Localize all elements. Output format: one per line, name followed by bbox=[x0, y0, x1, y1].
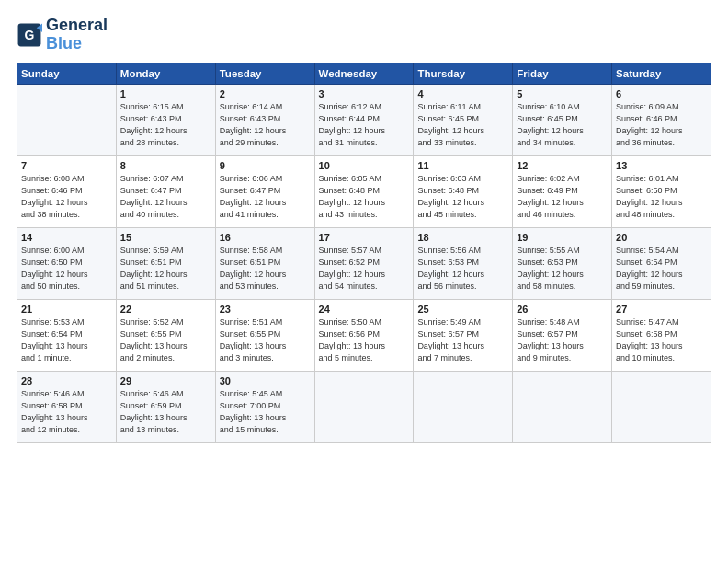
week-row: 14Sunrise: 6:00 AM Sunset: 6:50 PM Dayli… bbox=[17, 227, 711, 299]
day-detail: Sunrise: 5:46 AM Sunset: 6:59 PM Dayligh… bbox=[120, 388, 211, 436]
day-number: 24 bbox=[319, 304, 410, 315]
calendar-cell bbox=[314, 371, 414, 442]
calendar-table: SundayMondayTuesdayWednesdayThursdayFrid… bbox=[17, 63, 711, 443]
day-detail: Sunrise: 6:10 AM Sunset: 6:45 PM Dayligh… bbox=[517, 101, 608, 149]
day-detail: Sunrise: 5:45 AM Sunset: 7:00 PM Dayligh… bbox=[220, 388, 311, 436]
day-number: 30 bbox=[220, 375, 311, 386]
day-detail: Sunrise: 6:05 AM Sunset: 6:48 PM Dayligh… bbox=[319, 173, 410, 221]
calendar-cell: 4Sunrise: 6:11 AM Sunset: 6:45 PM Daylig… bbox=[414, 84, 513, 155]
day-detail: Sunrise: 5:51 AM Sunset: 6:55 PM Dayligh… bbox=[220, 316, 311, 364]
calendar-cell: 17Sunrise: 5:57 AM Sunset: 6:52 PM Dayli… bbox=[314, 227, 414, 299]
day-number: 6 bbox=[616, 88, 707, 99]
col-header-tuesday: Tuesday bbox=[215, 63, 314, 84]
day-detail: Sunrise: 5:48 AM Sunset: 6:57 PM Dayligh… bbox=[517, 316, 608, 364]
day-detail: Sunrise: 5:53 AM Sunset: 6:54 PM Dayligh… bbox=[21, 316, 112, 364]
calendar-cell: 27Sunrise: 5:47 AM Sunset: 6:58 PM Dayli… bbox=[612, 299, 711, 371]
day-number: 20 bbox=[616, 232, 707, 243]
calendar-cell: 7Sunrise: 6:08 AM Sunset: 6:46 PM Daylig… bbox=[17, 155, 117, 227]
day-detail: Sunrise: 5:54 AM Sunset: 6:54 PM Dayligh… bbox=[616, 245, 707, 293]
day-number: 3 bbox=[319, 88, 410, 99]
week-row: 21Sunrise: 5:53 AM Sunset: 6:54 PM Dayli… bbox=[17, 299, 711, 371]
calendar-cell: 25Sunrise: 5:49 AM Sunset: 6:57 PM Dayli… bbox=[414, 299, 513, 371]
day-detail: Sunrise: 5:49 AM Sunset: 6:57 PM Dayligh… bbox=[417, 316, 508, 364]
col-header-thursday: Thursday bbox=[414, 63, 513, 84]
calendar-cell: 1Sunrise: 6:15 AM Sunset: 6:43 PM Daylig… bbox=[116, 84, 215, 155]
calendar-cell: 5Sunrise: 6:10 AM Sunset: 6:45 PM Daylig… bbox=[513, 84, 612, 155]
day-number: 23 bbox=[220, 304, 311, 315]
day-detail: Sunrise: 6:09 AM Sunset: 6:46 PM Dayligh… bbox=[616, 101, 707, 149]
day-number: 19 bbox=[517, 232, 608, 243]
day-number: 29 bbox=[120, 375, 211, 386]
calendar-cell bbox=[414, 371, 513, 442]
day-detail: Sunrise: 6:11 AM Sunset: 6:45 PM Dayligh… bbox=[417, 101, 508, 149]
day-number: 17 bbox=[319, 232, 410, 243]
week-row: 28Sunrise: 5:46 AM Sunset: 6:58 PM Dayli… bbox=[17, 371, 711, 442]
calendar-cell: 9Sunrise: 6:06 AM Sunset: 6:47 PM Daylig… bbox=[215, 155, 314, 227]
calendar-cell: 11Sunrise: 6:03 AM Sunset: 6:48 PM Dayli… bbox=[414, 155, 513, 227]
day-detail: Sunrise: 5:52 AM Sunset: 6:55 PM Dayligh… bbox=[120, 316, 211, 364]
calendar-cell: 23Sunrise: 5:51 AM Sunset: 6:55 PM Dayli… bbox=[215, 299, 314, 371]
calendar-cell: 22Sunrise: 5:52 AM Sunset: 6:55 PM Dayli… bbox=[116, 299, 215, 371]
calendar-cell: 21Sunrise: 5:53 AM Sunset: 6:54 PM Dayli… bbox=[17, 299, 117, 371]
day-number: 4 bbox=[417, 88, 508, 99]
day-number: 7 bbox=[21, 160, 112, 171]
calendar-cell bbox=[612, 371, 711, 442]
col-header-monday: Monday bbox=[116, 63, 215, 84]
day-number: 27 bbox=[616, 304, 707, 315]
col-header-friday: Friday bbox=[513, 63, 612, 84]
day-detail: Sunrise: 5:58 AM Sunset: 6:51 PM Dayligh… bbox=[220, 245, 311, 293]
day-number: 9 bbox=[220, 160, 311, 171]
calendar-cell: 29Sunrise: 5:46 AM Sunset: 6:59 PM Dayli… bbox=[116, 371, 215, 442]
day-number: 16 bbox=[220, 232, 311, 243]
col-header-saturday: Saturday bbox=[612, 63, 711, 84]
day-detail: Sunrise: 6:15 AM Sunset: 6:43 PM Dayligh… bbox=[120, 101, 211, 149]
col-header-wednesday: Wednesday bbox=[314, 63, 414, 84]
day-detail: Sunrise: 6:03 AM Sunset: 6:48 PM Dayligh… bbox=[417, 173, 508, 221]
calendar-cell: 30Sunrise: 5:45 AM Sunset: 7:00 PM Dayli… bbox=[215, 371, 314, 442]
day-number: 2 bbox=[220, 88, 311, 99]
day-detail: Sunrise: 6:08 AM Sunset: 6:46 PM Dayligh… bbox=[21, 173, 112, 221]
calendar-cell: 16Sunrise: 5:58 AM Sunset: 6:51 PM Dayli… bbox=[215, 227, 314, 299]
day-number: 21 bbox=[21, 304, 112, 315]
col-header-sunday: Sunday bbox=[17, 63, 117, 84]
day-number: 10 bbox=[319, 160, 410, 171]
day-number: 22 bbox=[120, 304, 211, 315]
day-detail: Sunrise: 5:55 AM Sunset: 6:53 PM Dayligh… bbox=[517, 245, 608, 293]
day-detail: Sunrise: 6:02 AM Sunset: 6:49 PM Dayligh… bbox=[517, 173, 608, 221]
day-number: 18 bbox=[417, 232, 508, 243]
day-detail: Sunrise: 6:01 AM Sunset: 6:50 PM Dayligh… bbox=[616, 173, 707, 221]
day-number: 13 bbox=[616, 160, 707, 171]
calendar-cell bbox=[513, 371, 612, 442]
day-detail: Sunrise: 6:14 AM Sunset: 6:43 PM Dayligh… bbox=[220, 101, 311, 149]
calendar-cell: 2Sunrise: 6:14 AM Sunset: 6:43 PM Daylig… bbox=[215, 84, 314, 155]
calendar-cell bbox=[17, 84, 117, 155]
day-number: 26 bbox=[517, 304, 608, 315]
logo: G General Blue bbox=[17, 17, 108, 53]
svg-text:G: G bbox=[25, 27, 35, 41]
calendar-cell: 3Sunrise: 6:12 AM Sunset: 6:44 PM Daylig… bbox=[314, 84, 414, 155]
day-detail: Sunrise: 5:50 AM Sunset: 6:56 PM Dayligh… bbox=[319, 316, 410, 364]
week-row: 7Sunrise: 6:08 AM Sunset: 6:46 PM Daylig… bbox=[17, 155, 711, 227]
calendar-cell: 26Sunrise: 5:48 AM Sunset: 6:57 PM Dayli… bbox=[513, 299, 612, 371]
day-number: 25 bbox=[417, 304, 508, 315]
day-detail: Sunrise: 5:47 AM Sunset: 6:58 PM Dayligh… bbox=[616, 316, 707, 364]
calendar-cell: 28Sunrise: 5:46 AM Sunset: 6:58 PM Dayli… bbox=[17, 371, 117, 442]
calendar-cell: 12Sunrise: 6:02 AM Sunset: 6:49 PM Dayli… bbox=[513, 155, 612, 227]
calendar-cell: 15Sunrise: 5:59 AM Sunset: 6:51 PM Dayli… bbox=[116, 227, 215, 299]
day-number: 14 bbox=[21, 232, 112, 243]
day-detail: Sunrise: 6:06 AM Sunset: 6:47 PM Dayligh… bbox=[220, 173, 311, 221]
day-detail: Sunrise: 6:07 AM Sunset: 6:47 PM Dayligh… bbox=[120, 173, 211, 221]
day-number: 28 bbox=[21, 375, 112, 386]
calendar-cell: 10Sunrise: 6:05 AM Sunset: 6:48 PM Dayli… bbox=[314, 155, 414, 227]
day-number: 8 bbox=[120, 160, 211, 171]
calendar-cell: 18Sunrise: 5:56 AM Sunset: 6:53 PM Dayli… bbox=[414, 227, 513, 299]
day-detail: Sunrise: 6:00 AM Sunset: 6:50 PM Dayligh… bbox=[21, 245, 112, 293]
day-detail: Sunrise: 5:46 AM Sunset: 6:58 PM Dayligh… bbox=[21, 388, 112, 436]
calendar-cell: 13Sunrise: 6:01 AM Sunset: 6:50 PM Dayli… bbox=[612, 155, 711, 227]
week-row: 1Sunrise: 6:15 AM Sunset: 6:43 PM Daylig… bbox=[17, 84, 711, 155]
logo-text: General Blue bbox=[46, 17, 108, 53]
day-detail: Sunrise: 5:56 AM Sunset: 6:53 PM Dayligh… bbox=[417, 245, 508, 293]
calendar-cell: 20Sunrise: 5:54 AM Sunset: 6:54 PM Dayli… bbox=[612, 227, 711, 299]
day-detail: Sunrise: 6:12 AM Sunset: 6:44 PM Dayligh… bbox=[319, 101, 410, 149]
calendar-cell: 24Sunrise: 5:50 AM Sunset: 6:56 PM Dayli… bbox=[314, 299, 414, 371]
